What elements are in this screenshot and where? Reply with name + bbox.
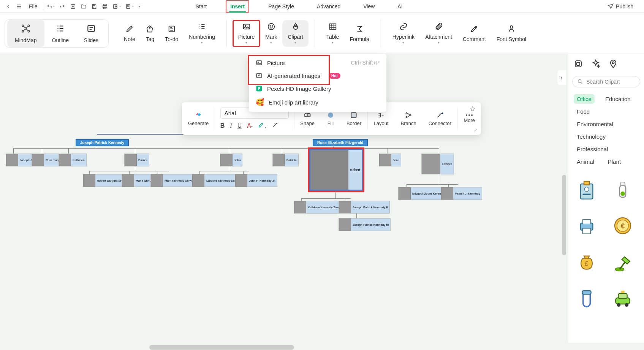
file-menu[interactable]: File — [24, 3, 42, 10]
clipart-search[interactable] — [572, 76, 640, 87]
svg-rect-11 — [88, 25, 94, 31]
cat-animal[interactable]: Animal — [574, 157, 597, 166]
highlight-button[interactable]: ▾ — [258, 122, 266, 130]
share-button[interactable]: ▾ — [123, 2, 136, 11]
menu-advanced[interactable]: Advanced — [313, 1, 344, 12]
tree-node[interactable]: Joseph Jr. — [6, 154, 35, 166]
clipart-printer[interactable] — [576, 215, 597, 236]
clipart-badge[interactable] — [576, 179, 597, 200]
menu-button[interactable] — [14, 2, 24, 11]
scrollbar-vertical[interactable] — [562, 175, 566, 255]
cat-environmental[interactable]: Environmental — [574, 119, 616, 129]
tree-node[interactable]: John — [220, 154, 242, 166]
panel-tab-location[interactable] — [609, 59, 618, 70]
tree-node[interactable]: Kathleen — [59, 154, 87, 166]
tool-tag[interactable]: Tag — [141, 22, 160, 44]
print-button[interactable] — [100, 2, 110, 11]
clipart-lamp[interactable] — [612, 252, 633, 273]
menu-page-style[interactable]: Page Style — [264, 1, 298, 12]
tool-numbering[interactable]: Numbering▾ — [184, 20, 220, 47]
tree-node-selected[interactable]: Robert — [309, 149, 363, 191]
dropdown-pexels[interactable]: Pexels HD Image Gallery — [249, 82, 386, 95]
format-fill[interactable]: Fill — [321, 111, 340, 126]
tool-note[interactable]: Note — [119, 22, 141, 44]
tool-attachment[interactable]: Attachment▾ — [420, 20, 457, 47]
panel-tab-icon[interactable] — [574, 59, 583, 70]
pin-button[interactable] — [470, 106, 476, 114]
clipart-search-input[interactable] — [586, 79, 632, 85]
export-button[interactable]: ▾ — [110, 2, 123, 11]
clipart-car[interactable] — [612, 288, 633, 309]
tree-node[interactable]: Joseph Patrick Kennedy II — [339, 201, 390, 214]
more-button[interactable]: ▾ — [136, 3, 142, 10]
tree-node[interactable]: Jean — [379, 154, 401, 166]
view-slides[interactable]: Slides — [76, 20, 106, 47]
back-button[interactable] — [3, 2, 14, 11]
tool-font-symbol[interactable]: Font Symbol — [491, 22, 532, 44]
cat-plant[interactable]: Plant — [605, 157, 624, 166]
publish-button[interactable]: Publish — [608, 3, 641, 10]
cat-food[interactable]: Food — [574, 107, 593, 116]
menu-insert[interactable]: Insert — [226, 0, 249, 13]
undo-button[interactable]: ▾ — [44, 2, 57, 11]
tool-todo[interactable]: To-do — [160, 22, 184, 44]
format-connector[interactable]: Connector — [422, 111, 457, 126]
scrollbar-horizontal[interactable] — [149, 345, 294, 350]
canvas[interactable]: Picture Ctrl+Shift+P AI-generated Images… — [0, 54, 644, 350]
dropdown-ai-images[interactable]: AI-generated Images Hot — [249, 69, 386, 82]
clipart-clip[interactable] — [576, 288, 597, 309]
format-shape[interactable]: Shape — [294, 111, 321, 126]
view-mindmap[interactable]: MindMap — [7, 20, 44, 47]
cat-education[interactable]: Education — [602, 94, 634, 104]
panel-tab-ai[interactable] — [591, 59, 600, 70]
tree-node[interactable]: John F. Kennedy Jr. — [235, 174, 277, 187]
svg-point-50 — [615, 268, 624, 271]
tree-node[interactable]: Patricia — [272, 154, 299, 166]
menu-view[interactable]: View — [359, 1, 378, 12]
tree-node[interactable]: Edward — [421, 154, 454, 174]
open-button[interactable] — [78, 2, 89, 11]
clear-format-button[interactable] — [272, 122, 278, 130]
format-border[interactable]: Border — [340, 111, 367, 126]
node-parent-1[interactable]: Joseph Patrick Kennedy — [76, 139, 129, 146]
clipart-grid: € £ — [568, 169, 644, 318]
menu-start[interactable]: Start — [192, 1, 211, 12]
tree-node[interactable]: Patrick J. Kennedy — [441, 187, 482, 200]
clipart-money-bag[interactable]: £ — [576, 252, 597, 273]
bold-button[interactable]: B — [220, 122, 225, 129]
cat-technology[interactable]: Technology — [574, 132, 609, 141]
tool-formula[interactable]: Formula — [344, 22, 374, 44]
save-button[interactable] — [89, 2, 100, 11]
dropdown-emoji[interactable]: 🥰 Emoji clip art library — [249, 95, 386, 109]
tool-clipart[interactable]: Clipart▾ — [282, 20, 308, 47]
format-branch[interactable]: Branch — [395, 111, 422, 126]
tree-node[interactable]: Mark Kennedy Shriver — [150, 174, 196, 187]
tool-mark[interactable]: Mark▾ — [260, 20, 282, 47]
tool-picture[interactable]: Picture▾ — [233, 20, 260, 47]
tree-node[interactable]: Eunice — [124, 154, 149, 166]
clipart-euro-coin[interactable]: € — [612, 215, 633, 236]
tools-group-4: Hyperlink▾ Attachment▾ Comment Font Symb… — [385, 20, 534, 47]
cat-office[interactable]: Office — [574, 94, 595, 104]
node-parent-2[interactable]: Rose Elizabeth Fitzgerald — [313, 139, 368, 146]
tree-node[interactable]: Rosemary — [32, 154, 61, 166]
tool-table[interactable]: Table▾ — [321, 20, 344, 47]
add-page-button[interactable] — [68, 2, 78, 11]
tree-node[interactable]: Joseph Patrick Kennedy III — [339, 218, 391, 231]
italic-button[interactable]: I — [230, 122, 232, 129]
redo-button[interactable] — [57, 2, 68, 11]
format-layout[interactable]: Layout — [368, 111, 395, 126]
format-generate[interactable]: Generate — [182, 111, 215, 126]
format-more[interactable]: More — [457, 114, 481, 123]
view-outline[interactable]: Outline — [44, 20, 76, 47]
clipart-panel: Office Education Food Environmental Tech… — [568, 54, 644, 343]
clipart-glue[interactable] — [612, 179, 633, 200]
underline-button[interactable]: U — [237, 122, 242, 129]
tool-comment[interactable]: Comment — [457, 22, 491, 44]
font-color-button[interactable]: A▾ — [247, 122, 253, 129]
menu-ai[interactable]: AI — [394, 1, 406, 12]
dropdown-picture[interactable]: Picture Ctrl+Shift+P — [249, 56, 386, 69]
cat-professional[interactable]: Professional — [574, 144, 611, 154]
collapse-panel-button[interactable]: › — [557, 70, 566, 85]
tool-hyperlink[interactable]: Hyperlink▾ — [387, 20, 420, 47]
